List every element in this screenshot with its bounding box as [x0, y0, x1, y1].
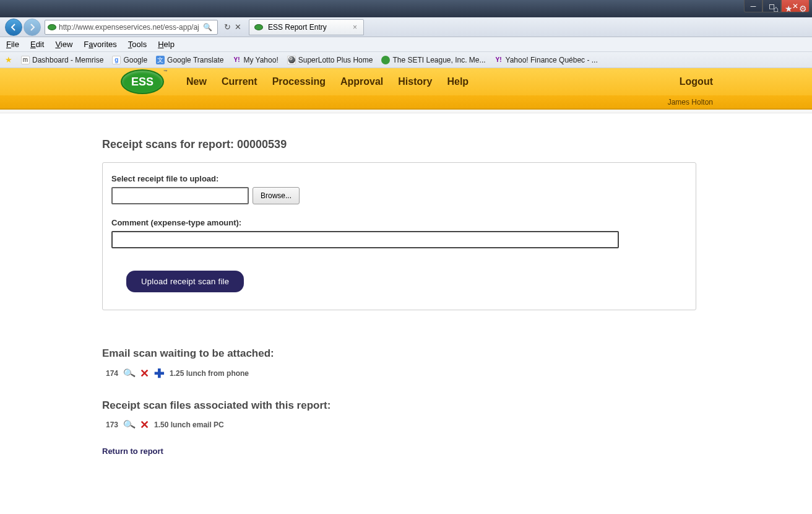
bookmark-my-yahoo[interactable]: Y!My Yahoo!	[232, 56, 278, 64]
trademark-icon: ™	[163, 69, 168, 74]
tab-title: ESS Report Entry	[268, 23, 327, 32]
comment-input[interactable]	[111, 231, 619, 248]
delete-icon[interactable]: ✕	[140, 418, 149, 432]
refresh-button[interactable]: ↻	[224, 22, 231, 32]
favicon-icon: 🎱	[287, 56, 296, 64]
bookmark-google[interactable]: gGoogle	[112, 56, 147, 64]
tab-favicon	[254, 24, 263, 30]
menu-view[interactable]: View	[55, 40, 72, 49]
waiting-heading: Email scan waiting to be attached:	[102, 347, 706, 360]
nav-new[interactable]: New	[186, 76, 207, 87]
select-file-label: Select receipt file to upload:	[111, 174, 687, 183]
bookmarks-bar: ★ mDashboard - Memrise gGoogle 文Google T…	[0, 52, 812, 68]
page-title: Receipt scans for report: 00000539	[102, 138, 706, 151]
nav-help[interactable]: Help	[447, 76, 469, 87]
delete-icon[interactable]: ✕	[140, 367, 149, 380]
username-display: James Holton	[0, 95, 812, 109]
menu-edit[interactable]: Edit	[30, 40, 44, 49]
comment-label: Comment (expense-type amount):	[111, 218, 687, 227]
waiting-scan-row: 174 🔍 ✕ ✚ 1.25 lunch from phone	[106, 366, 706, 381]
search-icon[interactable]: 🔍	[201, 23, 215, 32]
menu-favorites[interactable]: Favorites	[84, 40, 116, 49]
window-titlebar: ─ ◻ ✕	[0, 0, 812, 17]
page-content: Receipt scans for report: 00000539 Selec…	[0, 113, 706, 481]
browser-menubar: File Edit View Favorites Tools Help	[0, 37, 812, 52]
stop-button[interactable]: ✕	[235, 22, 241, 32]
associated-heading: Receipt scan files associated with this …	[102, 399, 706, 412]
favicon-icon: g	[112, 56, 121, 64]
back-button[interactable]	[5, 19, 22, 36]
nav-processing[interactable]: Processing	[272, 76, 326, 87]
ess-logo[interactable]: ESS ™	[121, 69, 164, 94]
window-minimize-button[interactable]: ─	[744, 0, 762, 12]
favicon-icon: Y!	[232, 56, 241, 64]
scan-description: 1.50 lunch email PC	[154, 420, 224, 429]
bookmark-memrise[interactable]: mDashboard - Memrise	[21, 56, 103, 64]
favicon-icon: Y!	[495, 56, 503, 64]
arrow-left-icon	[9, 23, 18, 32]
browse-button[interactable]: Browse...	[253, 187, 300, 204]
browser-tab[interactable]: ESS Report Entry ×	[249, 19, 364, 35]
toolbar-buttons: ↻ ✕	[220, 22, 245, 32]
favorites-icon[interactable]: ★	[785, 4, 793, 14]
menu-tools[interactable]: Tools	[128, 40, 147, 49]
site-icon	[48, 24, 56, 30]
arrow-right-icon	[28, 23, 37, 32]
menu-help[interactable]: Help	[158, 40, 175, 49]
nav-approval[interactable]: Approval	[340, 76, 383, 87]
add-favorite-icon[interactable]: ★	[5, 55, 12, 64]
add-icon[interactable]: ✚	[154, 366, 165, 381]
main-nav: New Current Processing Approval History …	[186, 76, 469, 87]
bookmark-superlotto[interactable]: 🎱SuperLotto Plus Home	[287, 56, 373, 64]
bookmark-seti[interactable]: The SETI League, Inc. Me...	[381, 56, 485, 64]
browser-toolbar: http://www.expenseservices.net/ess-app/a…	[0, 17, 812, 37]
favicon-icon: m	[21, 56, 30, 64]
upload-button[interactable]: Upload receipt scan file	[126, 271, 244, 292]
scan-description: 1.25 lunch from phone	[170, 369, 249, 378]
chrome-icons: ⌂ ★ ⚙	[774, 4, 807, 14]
magnify-icon[interactable]: 🔍	[122, 418, 136, 432]
magnify-icon[interactable]: 🔍	[122, 367, 136, 380]
app-header: ESS ™ New Current Processing Approval Hi…	[0, 68, 812, 110]
menu-file[interactable]: File	[6, 40, 19, 49]
favicon-icon	[381, 56, 390, 64]
nav-history[interactable]: History	[398, 76, 432, 87]
return-link[interactable]: Return to report	[102, 446, 706, 456]
tab-close-button[interactable]: ×	[352, 23, 358, 32]
file-path-input[interactable]	[111, 187, 249, 204]
scan-id: 173	[106, 420, 118, 429]
address-bar[interactable]: http://www.expenseservices.net/ess-app/a…	[45, 20, 218, 35]
forward-button[interactable]	[24, 19, 41, 36]
logout-link[interactable]: Logout	[680, 76, 713, 87]
bookmark-google-translate[interactable]: 文Google Translate	[156, 56, 223, 64]
nav-current[interactable]: Current	[222, 76, 257, 87]
bookmark-yahoo-finance[interactable]: Y!Yahoo! Finance Québec - ...	[495, 56, 598, 64]
home-icon[interactable]: ⌂	[774, 4, 779, 14]
favicon-icon: 文	[156, 56, 165, 64]
scan-id: 174	[106, 369, 118, 378]
url-text: http://www.expenseservices.net/ess-app/a…	[59, 23, 199, 32]
gear-icon[interactable]: ⚙	[799, 4, 807, 14]
associated-scan-row: 173 🔍 ✕ 1.50 lunch email PC	[106, 418, 706, 432]
upload-panel: Select receipt file to upload: Browse...…	[102, 162, 696, 310]
